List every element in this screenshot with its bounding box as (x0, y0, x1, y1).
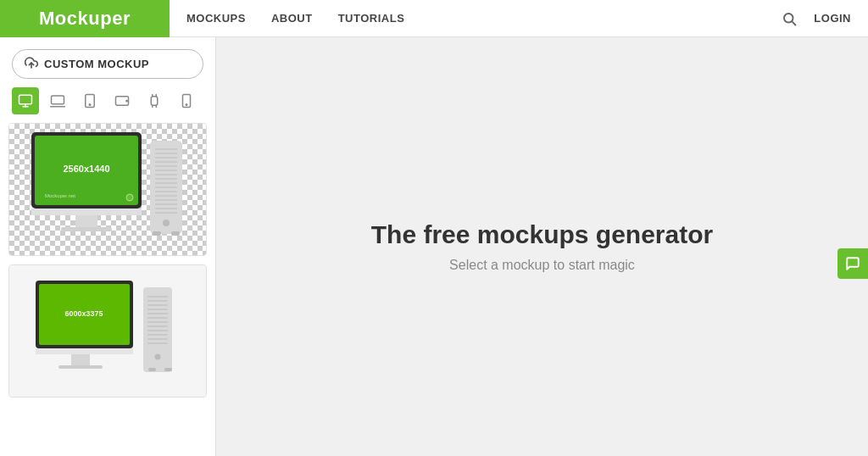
main-content-wrapper: The free mockups generator Select a mock… (216, 37, 868, 456)
sidebar: CUSTOM MOCKUP (0, 37, 216, 456)
svg-rect-12 (151, 97, 158, 106)
svg-rect-57 (147, 309, 168, 310)
login-button[interactable]: LOGIN (814, 12, 851, 25)
device-icon-tablet-portrait[interactable] (76, 87, 103, 114)
svg-rect-59 (147, 317, 168, 319)
nav-mockups[interactable]: MOCKUPS (186, 12, 246, 25)
svg-point-18 (186, 104, 187, 106)
svg-rect-63 (147, 334, 168, 336)
header: Mockuper MOCKUPS ABOUT TUTORIALS LOGIN (0, 0, 868, 37)
layout: CUSTOM MOCKUP (0, 37, 868, 456)
card-white-bg: 6000x3375 (9, 265, 206, 397)
svg-rect-24 (31, 209, 142, 215)
svg-rect-52 (58, 365, 103, 369)
svg-line-1 (793, 21, 796, 25)
device-icons-row (0, 87, 215, 123)
svg-rect-3 (19, 95, 32, 104)
svg-point-44 (163, 220, 170, 226)
search-icon[interactable] (782, 11, 797, 26)
svg-rect-45 (153, 231, 161, 236)
custom-mockup-button[interactable]: CUSTOM MOCKUP (12, 49, 203, 79)
nav-tutorials[interactable]: TUTORIALS (338, 12, 405, 25)
svg-point-23 (126, 194, 133, 201)
main-subtitle: Select a mockup to start magic (449, 258, 635, 273)
mockup-card-1[interactable]: 2560x1440 Mockuper.net (8, 123, 207, 256)
svg-rect-68 (164, 368, 172, 371)
card-checkered-bg: 2560x1440 Mockuper.net (9, 124, 206, 255)
svg-point-9 (89, 104, 91, 106)
svg-text:2560x1440: 2560x1440 (63, 164, 109, 174)
imac-illustration: 2560x1440 Mockuper.net (23, 128, 192, 251)
svg-rect-25 (75, 215, 97, 227)
svg-rect-54 (147, 296, 168, 298)
svg-rect-6 (52, 96, 64, 104)
svg-rect-46 (171, 231, 180, 236)
svg-text:Mockuper.net: Mockuper.net (45, 193, 75, 198)
header-right: LOGIN (782, 11, 868, 26)
main-content: The free mockups generator Select a mock… (216, 220, 868, 273)
svg-rect-67 (148, 368, 156, 371)
device-icon-tablet-landscape[interactable] (108, 87, 136, 114)
svg-point-11 (126, 100, 128, 102)
logo-area: Mockuper (0, 0, 170, 37)
svg-rect-60 (147, 321, 168, 323)
main-title: The free mockups generator (371, 220, 713, 249)
svg-rect-55 (147, 300, 168, 302)
svg-rect-50 (36, 348, 133, 354)
logo: Mockuper (39, 8, 131, 30)
upload-icon (25, 56, 38, 72)
svg-rect-51 (71, 354, 90, 365)
mockup-card-2[interactable]: 6000x3375 (8, 264, 207, 398)
nav-about[interactable]: ABOUT (271, 12, 313, 25)
imac-color-illustration: 6000x3375 (23, 272, 192, 391)
device-icon-laptop[interactable] (44, 87, 71, 114)
chat-widget-button[interactable] (837, 248, 868, 279)
device-icon-watch[interactable] (141, 87, 168, 114)
svg-rect-56 (147, 304, 168, 306)
svg-rect-64 (147, 338, 168, 340)
svg-rect-58 (147, 313, 168, 314)
svg-rect-61 (147, 325, 168, 327)
svg-text:6000x3375: 6000x3375 (64, 309, 103, 318)
svg-point-66 (155, 353, 161, 359)
svg-rect-65 (147, 342, 168, 344)
device-icon-desktop[interactable] (12, 87, 39, 114)
nav: MOCKUPS ABOUT TUTORIALS (170, 12, 782, 25)
device-icon-phone[interactable] (173, 87, 200, 114)
svg-rect-62 (147, 330, 168, 331)
chat-icon (845, 256, 860, 271)
custom-mockup-label: CUSTOM MOCKUP (44, 58, 149, 70)
svg-rect-26 (61, 227, 112, 231)
